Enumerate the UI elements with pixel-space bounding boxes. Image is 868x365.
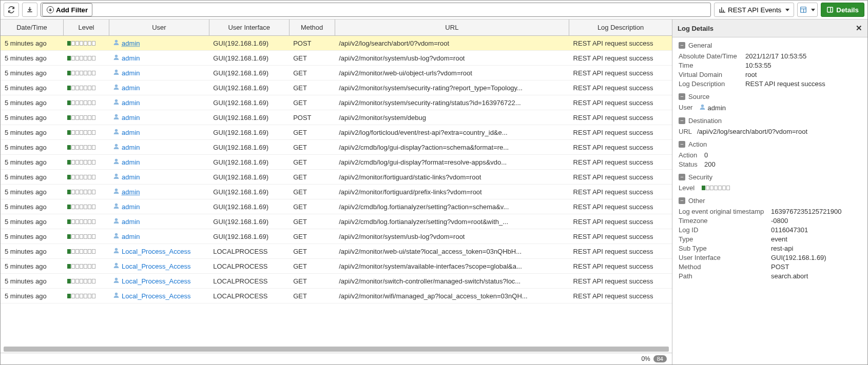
cell-user: Local_Process_Access bbox=[109, 274, 209, 289]
events-dropdown[interactable]: REST API Events bbox=[714, 3, 794, 17]
table-row[interactable]: 5 minutes ago adminGUI(192.168.1.69)GET/… bbox=[1, 140, 672, 155]
table-row[interactable]: 5 minutes ago adminGUI(192.168.1.69)GET/… bbox=[1, 80, 672, 95]
table-row[interactable]: 5 minutes ago adminGUI(192.168.1.69)POST… bbox=[1, 110, 672, 125]
user-link[interactable]: admin bbox=[122, 188, 140, 196]
section-header[interactable]: −Source bbox=[679, 93, 861, 100]
table-row[interactable]: 5 minutes ago Local_Process_AccessLOCALP… bbox=[1, 244, 672, 259]
cell-level bbox=[63, 259, 109, 274]
column-level[interactable]: Level bbox=[63, 19, 109, 36]
detail-value: 200 bbox=[704, 160, 716, 168]
detail-row: Sub Typerest-api bbox=[679, 245, 861, 252]
cell-datetime: 5 minutes ago bbox=[1, 244, 63, 259]
collapse-icon[interactable]: − bbox=[679, 42, 685, 49]
cell-method: GET bbox=[289, 274, 335, 289]
filter-bar[interactable]: + Add Filter bbox=[41, 3, 711, 17]
user-link[interactable]: admin bbox=[122, 39, 140, 47]
collapse-icon[interactable]: − bbox=[679, 197, 685, 204]
user-icon bbox=[113, 217, 120, 224]
layout-dropdown[interactable] bbox=[797, 3, 818, 17]
detail-label: Sub Type bbox=[679, 245, 771, 252]
cell-url: /api/v2/cmdb/log/gui-display?action=sche… bbox=[335, 140, 569, 155]
detail-label: URL bbox=[679, 128, 697, 135]
detail-value: root bbox=[745, 71, 757, 78]
table-row[interactable]: 5 minutes ago adminGUI(192.168.1.69)GET/… bbox=[1, 125, 672, 140]
table-row[interactable]: 5 minutes ago Local_Process_AccessLOCALP… bbox=[1, 259, 672, 274]
download-icon bbox=[26, 6, 33, 13]
cell-ui: GUI(192.168.1.69) bbox=[209, 51, 289, 66]
level-indicator bbox=[67, 249, 95, 254]
collapse-icon[interactable]: − bbox=[679, 141, 685, 148]
cell-desc: REST API request success bbox=[569, 95, 672, 110]
collapse-icon[interactable]: − bbox=[679, 93, 685, 100]
close-icon[interactable]: ✕ bbox=[856, 24, 862, 33]
section-title: General bbox=[688, 42, 712, 49]
user-icon bbox=[113, 173, 120, 179]
section-title: Other bbox=[688, 197, 705, 205]
table-row[interactable]: 5 minutes ago adminGUI(192.168.1.69)POST… bbox=[1, 36, 672, 51]
column-method[interactable]: Method bbox=[289, 19, 335, 36]
column-ui[interactable]: User Interface bbox=[209, 19, 289, 36]
cell-url: /api/v2/log/forticloud/event/rest-api?ex… bbox=[335, 125, 569, 140]
detail-label: Action bbox=[679, 151, 704, 159]
table-row[interactable]: 5 minutes ago adminGUI(192.168.1.69)GET/… bbox=[1, 51, 672, 66]
table-row[interactable]: 5 minutes ago adminGUI(192.168.1.69)GET/… bbox=[1, 66, 672, 80]
table-row[interactable]: 5 minutes ago adminGUI(192.168.1.69)GET/… bbox=[1, 229, 672, 244]
table-row[interactable]: 5 minutes ago adminGUI(192.168.1.69)GET/… bbox=[1, 170, 672, 185]
add-filter-button[interactable]: + Add Filter bbox=[42, 3, 92, 16]
cell-level bbox=[63, 229, 109, 244]
table-row[interactable]: 5 minutes ago adminGUI(192.168.1.69)GET/… bbox=[1, 214, 672, 229]
cell-ui: GUI(192.168.1.69) bbox=[209, 229, 289, 244]
cell-url: /api/v2/monitor/system/available-interfa… bbox=[335, 259, 569, 274]
table-header-row: Date/Time Level User User Interface Meth… bbox=[1, 19, 672, 36]
level-indicator bbox=[67, 56, 95, 60]
column-user[interactable]: User bbox=[109, 19, 209, 36]
user-icon bbox=[113, 188, 120, 194]
table-row[interactable]: 5 minutes ago Local_Process_AccessLOCALP… bbox=[1, 289, 672, 303]
section-destination: −DestinationURL/api/v2/log/search/abort/… bbox=[679, 117, 861, 135]
refresh-button[interactable] bbox=[4, 3, 19, 17]
detail-value: 0 bbox=[704, 151, 708, 159]
download-button[interactable] bbox=[22, 3, 37, 17]
cell-method: GET bbox=[289, 125, 335, 140]
table-row[interactable]: 5 minutes ago Local_Process_AccessLOCALP… bbox=[1, 274, 672, 289]
cell-method: GET bbox=[289, 51, 335, 66]
detail-row: User admin bbox=[679, 104, 861, 112]
collapse-icon[interactable]: − bbox=[679, 174, 685, 180]
column-datetime[interactable]: Date/Time bbox=[1, 19, 63, 36]
column-desc[interactable]: Log Description bbox=[569, 19, 672, 36]
section-header[interactable]: −General bbox=[679, 42, 861, 49]
detail-row: Time10:53:55 bbox=[679, 62, 861, 69]
cell-ui: GUI(192.168.1.69) bbox=[209, 110, 289, 125]
section-header[interactable]: −Other bbox=[679, 197, 861, 205]
events-dropdown-label: REST API Events bbox=[728, 6, 781, 14]
section-header[interactable]: −Destination bbox=[679, 117, 861, 125]
details-button[interactable]: Details bbox=[821, 3, 864, 17]
details-title: Log Details bbox=[678, 25, 713, 32]
table-row[interactable]: 5 minutes ago adminGUI(192.168.1.69)GET/… bbox=[1, 95, 672, 110]
log-table-wrap: Date/Time Level User User Interface Meth… bbox=[1, 19, 672, 364]
cell-url: /api/v2/monitor/wifi/managed_ap?local_ac… bbox=[335, 289, 569, 303]
user-icon bbox=[113, 113, 120, 120]
level-indicator bbox=[67, 115, 95, 120]
cell-user: admin bbox=[109, 155, 209, 170]
cell-user: Local_Process_Access bbox=[109, 244, 209, 259]
collapse-icon[interactable]: − bbox=[679, 117, 685, 124]
horizontal-scrollbar[interactable] bbox=[4, 347, 669, 352]
table-row[interactable]: 5 minutes ago adminGUI(192.168.1.69)GET/… bbox=[1, 185, 672, 199]
cell-method: GET bbox=[289, 229, 335, 244]
table-row[interactable]: 5 minutes ago adminGUI(192.168.1.69)GET/… bbox=[1, 199, 672, 214]
cell-datetime: 5 minutes ago bbox=[1, 95, 63, 110]
detail-label: Type bbox=[679, 235, 771, 243]
svg-point-9 bbox=[115, 144, 118, 147]
section-header[interactable]: −Security bbox=[679, 173, 861, 181]
detail-value: rest-api bbox=[771, 245, 793, 252]
detail-row: URL/api/v2/log/search/abort/0?vdom=root bbox=[679, 128, 861, 135]
table-row[interactable]: 5 minutes ago adminGUI(192.168.1.69)GET/… bbox=[1, 155, 672, 170]
cell-desc: REST API request success bbox=[569, 36, 672, 51]
cell-level bbox=[63, 51, 109, 66]
cell-method: POST bbox=[289, 110, 335, 125]
cell-desc: REST API request success bbox=[569, 110, 672, 125]
detail-label: User Interface bbox=[679, 254, 771, 261]
column-url[interactable]: URL bbox=[335, 19, 569, 36]
section-header[interactable]: −Action bbox=[679, 140, 861, 148]
